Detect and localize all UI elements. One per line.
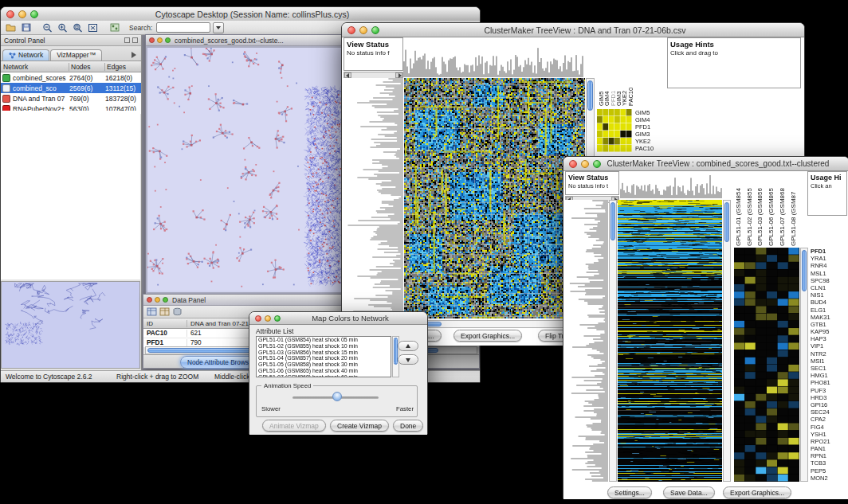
scrollbar-thumb[interactable] xyxy=(724,202,729,242)
settings-button[interactable]: Settings... xyxy=(607,486,652,498)
network-view-titlebar[interactable]: combined_scores_good.txt--cluste... xyxy=(146,35,345,46)
attribute-list-item[interactable]: GPL51-06 (GSM865) heat shock 40 min xyxy=(257,368,391,374)
gene-label[interactable]: NTR2 xyxy=(811,350,847,357)
birdseye-view[interactable] xyxy=(1,281,140,369)
mdi-minimize-icon[interactable] xyxy=(157,37,163,43)
zoom-window-icon[interactable] xyxy=(371,26,379,34)
zoom-row-label[interactable]: GIM4 xyxy=(635,116,665,123)
gene-label[interactable]: NIS1 xyxy=(811,291,847,299)
scrollbar-thumb[interactable] xyxy=(802,250,807,291)
zoom-window-icon[interactable] xyxy=(30,10,38,18)
column-label[interactable]: GPL51-03 (GSM856 xyxy=(756,188,764,246)
gene-label[interactable]: MAK31 xyxy=(811,314,847,321)
mdi-maximize-icon[interactable] xyxy=(165,37,171,43)
gene-label[interactable]: KAP95 xyxy=(811,328,847,335)
create-vizmap-button[interactable]: Create Vizmap xyxy=(330,420,389,432)
zoom-in-icon[interactable] xyxy=(56,21,69,33)
animate-vizmap-button[interactable]: Animate Vizmap xyxy=(262,420,326,432)
gene-label[interactable]: GPI16 xyxy=(811,401,847,408)
gene-label[interactable]: MSI1 xyxy=(811,357,847,365)
close-window-icon[interactable] xyxy=(255,315,261,322)
create-attribute-icon[interactable] xyxy=(159,307,170,316)
float-panel-icon[interactable] xyxy=(124,37,130,43)
select-attributes-icon[interactable] xyxy=(147,307,157,316)
zoom-out-icon[interactable] xyxy=(41,21,54,33)
zoom-heatmap-canvas[interactable] xyxy=(734,248,799,482)
zoom-column-label[interactable]: PAC10 xyxy=(627,88,634,106)
gene-label[interactable]: VIP1 xyxy=(811,342,847,350)
done-button[interactable]: Done xyxy=(393,420,423,432)
heatmap-canvas[interactable] xyxy=(404,78,585,318)
tab-network[interactable]: Network xyxy=(2,49,49,61)
treeview-dna-titlebar[interactable]: ClusterMaker TreeView : DNA and Tran 07-… xyxy=(342,23,804,37)
close-window-icon[interactable] xyxy=(569,160,577,168)
open-session-icon[interactable] xyxy=(4,21,18,33)
scrollbar-thumb[interactable] xyxy=(587,80,593,111)
gene-label[interactable]: PFD1 xyxy=(811,248,847,255)
tab-vizmapper[interactable]: VizMapper™ xyxy=(50,49,102,61)
zoom-fit-icon[interactable] xyxy=(86,21,100,33)
attribute-list-item[interactable]: GPL51-05 (GSM858) heat shock 30 min xyxy=(257,361,391,368)
column-label[interactable]: GPL51-08 (GSM87 xyxy=(790,192,797,246)
export-graphics-button[interactable]: Export Graphics... xyxy=(723,486,791,498)
birdseye-canvas[interactable] xyxy=(1,281,140,369)
minimize-window-icon[interactable] xyxy=(581,160,589,168)
move-up-button[interactable] xyxy=(398,341,418,351)
column-dendrogram-canvas[interactable] xyxy=(403,37,584,77)
minimize-window-icon[interactable] xyxy=(359,26,367,34)
gene-label[interactable]: MSL1 xyxy=(811,270,847,277)
attribute-list-item[interactable]: GPL51-07 (GSM868) heat shock 60 min xyxy=(257,374,391,377)
treeview-combined-titlebar[interactable]: ClusterMaker TreeView : combined_scores_… xyxy=(563,157,848,171)
show-graphics-details-icon[interactable] xyxy=(108,21,121,33)
move-down-button[interactable] xyxy=(398,354,418,365)
search-input[interactable] xyxy=(156,22,210,33)
heatmap-canvas[interactable] xyxy=(618,200,722,482)
gene-label[interactable]: CPA2 xyxy=(811,416,847,423)
scroll-left-icon[interactable] xyxy=(344,72,351,78)
minimize-window-icon[interactable] xyxy=(265,315,271,322)
speed-slider-knob[interactable] xyxy=(332,392,342,401)
zoom-row-label[interactable]: GIM5 xyxy=(635,109,665,116)
zoom-window-icon[interactable] xyxy=(274,315,281,322)
export-graphics-button[interactable]: Export Graphics... xyxy=(453,330,522,342)
zoom-row-label[interactable]: GIM3 xyxy=(635,131,665,138)
gene-label[interactable]: RPN1 xyxy=(811,452,847,459)
gene-label[interactable]: PEP5 xyxy=(811,467,847,475)
panel-tab-overflow-icon[interactable] xyxy=(132,52,139,58)
gene-label[interactable]: RNR4 xyxy=(811,262,847,269)
zoom-row-label[interactable]: PFD1 xyxy=(635,123,665,131)
gene-label[interactable]: FIG4 xyxy=(811,424,847,431)
scrollbar-thumb[interactable] xyxy=(610,202,615,240)
mdi-close-icon[interactable] xyxy=(149,37,155,43)
gene-label[interactable]: ELG1 xyxy=(811,307,847,314)
attribute-database-icon[interactable] xyxy=(172,307,183,316)
scroll-right-icon[interactable] xyxy=(395,72,402,78)
row-dendrogram-canvas[interactable] xyxy=(565,200,608,482)
mdi-close-icon[interactable] xyxy=(147,297,152,303)
gene-label[interactable]: SEC1 xyxy=(811,365,847,372)
zoom-selected-icon[interactable] xyxy=(71,21,84,33)
gene-label[interactable]: BUD4 xyxy=(811,299,847,306)
save-session-icon[interactable] xyxy=(19,21,33,33)
close-window-icon[interactable] xyxy=(347,26,355,34)
column-label[interactable]: GPL51-02 (GSM855 xyxy=(746,188,753,246)
column-dendrogram-canvas[interactable] xyxy=(620,171,722,198)
heatmap-vscrollbar[interactable] xyxy=(723,200,731,482)
zoom-heatmap-canvas[interactable] xyxy=(597,109,632,152)
main-window-titlebar[interactable]: Cytoscape Desktop (Session Name: collins… xyxy=(1,7,480,21)
zoom-window-icon[interactable] xyxy=(593,160,601,168)
gene-label[interactable]: YSH1 xyxy=(811,431,847,438)
gene-label[interactable]: TCB3 xyxy=(811,459,847,467)
gene-label[interactable]: PAN1 xyxy=(811,445,847,452)
gene-label[interactable]: GTB1 xyxy=(811,321,847,328)
gene-label[interactable]: MON2 xyxy=(811,475,847,482)
gene-label[interactable]: PUF3 xyxy=(811,387,847,394)
gene-label[interactable]: YRA1 xyxy=(811,255,847,262)
minimize-window-icon[interactable] xyxy=(18,10,26,18)
attribute-list-item[interactable]: GPL51-01 (GSM854) heat shock 05 min xyxy=(257,337,391,343)
column-label[interactable]: GPL51-06 (GSM865 xyxy=(768,188,775,246)
attribute-list-item[interactable]: GPL51-04 (GSM857) heat shock 20 min xyxy=(257,355,391,361)
close-window-icon[interactable] xyxy=(6,10,14,18)
attribute-list-item[interactable]: GPL51-02 (GSM855) heat shock 10 min xyxy=(257,343,391,350)
network-table-row[interactable]: DNA and Tran 07 769(0) 183728(0) xyxy=(1,93,141,104)
